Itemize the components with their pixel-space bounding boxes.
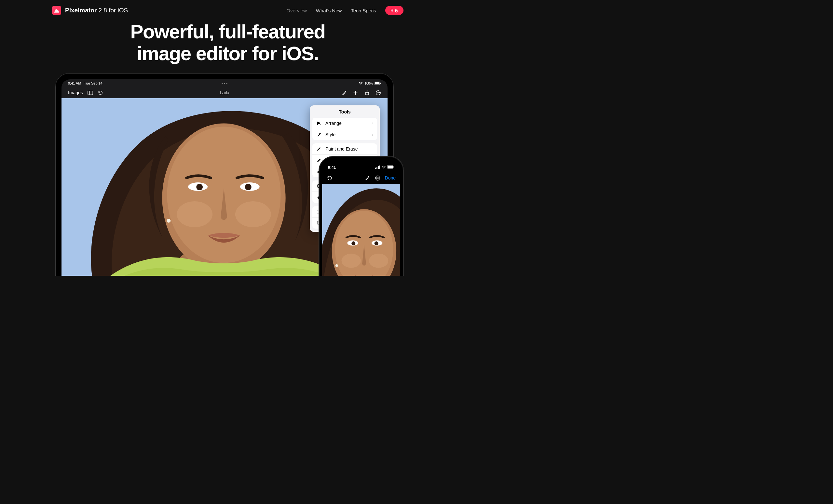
svg-point-46: [335, 264, 338, 267]
tool-label: Style: [325, 132, 335, 137]
svg-point-35: [377, 178, 378, 178]
buy-button[interactable]: Buy: [385, 6, 404, 15]
wifi-icon: [381, 165, 386, 170]
svg-rect-32: [394, 167, 394, 168]
ipad-toolbar: Images Laila: [62, 87, 387, 98]
style-icon: [316, 132, 322, 137]
battery-icon: [375, 82, 381, 85]
battery-icon: [387, 165, 395, 170]
svg-rect-2: [380, 82, 381, 83]
svg-rect-26: [375, 168, 376, 169]
tool-label: Arrange: [325, 121, 342, 126]
brush-icon: [316, 146, 322, 152]
done-button[interactable]: Done: [385, 175, 396, 180]
share-icon[interactable]: [364, 90, 370, 96]
add-icon[interactable]: [353, 90, 358, 96]
ipad-status-bar: 9:41 AM Tue Sep 14 100%: [62, 79, 387, 87]
svg-point-10: [378, 92, 379, 93]
chevron-right-icon: ›: [372, 121, 373, 126]
brand-text: Pixelmator 2.8 for iOS: [65, 7, 128, 14]
portrait-image: [322, 184, 400, 276]
magic-wand-icon[interactable]: [341, 90, 347, 96]
svg-point-21: [167, 219, 170, 223]
nav: Overview What's New Tech Specs Buy: [286, 6, 404, 15]
svg-point-36: [378, 178, 379, 178]
hero-heading: Powerful, full-featured image editor for…: [0, 21, 456, 65]
tool-style[interactable]: Style ›: [312, 129, 377, 140]
svg-point-11: [379, 92, 380, 93]
ipad-battery-percent: 100%: [364, 82, 373, 85]
svg-rect-27: [377, 167, 377, 169]
iphone-device: 9:41: [318, 156, 404, 276]
ipad-date: Tue Sep 14: [84, 81, 102, 85]
iphone-canvas[interactable]: [322, 184, 400, 276]
iphone-time: 9:41: [328, 165, 336, 170]
svg-point-20: [245, 184, 252, 190]
tools-title: Tools: [310, 105, 380, 118]
ipad-time: 9:41 AM: [68, 81, 81, 85]
site-header: Pixelmator 2.8 for iOS Overview What's N…: [0, 0, 456, 21]
svg-point-16: [235, 201, 271, 227]
sidebar-toggle-icon[interactable]: [88, 90, 93, 96]
tool-paint-erase[interactable]: Paint and Erase: [312, 143, 377, 155]
arrange-icon: [316, 121, 322, 126]
iphone-status-bar: 9:41: [322, 160, 400, 172]
svg-point-40: [342, 254, 361, 268]
svg-point-15: [177, 201, 213, 227]
iphone-toolbar: Done: [322, 172, 400, 184]
svg-rect-31: [387, 166, 393, 168]
magic-wand-icon[interactable]: [365, 175, 370, 181]
more-icon[interactable]: [376, 90, 381, 96]
cellular-icon: [375, 165, 380, 170]
app-icon: [52, 6, 61, 15]
svg-point-43: [352, 241, 355, 245]
svg-point-41: [369, 254, 388, 268]
svg-point-18: [196, 184, 203, 190]
images-label[interactable]: Images: [68, 90, 83, 95]
tool-arrange[interactable]: Arrange ›: [312, 118, 377, 129]
wifi-icon: [359, 82, 363, 85]
ipad-status-right: 100%: [359, 82, 381, 85]
nav-overview[interactable]: Overview: [286, 8, 307, 13]
undo-icon[interactable]: [98, 90, 103, 96]
undo-icon[interactable]: [327, 175, 332, 181]
tool-label: Paint and Erase: [325, 146, 358, 152]
svg-point-34: [376, 178, 377, 178]
nav-tech-specs[interactable]: Tech Specs: [351, 8, 376, 13]
more-icon[interactable]: [375, 175, 380, 181]
svg-rect-29: [379, 166, 380, 169]
ipad-status-left: 9:41 AM Tue Sep 14: [68, 81, 102, 85]
svg-rect-3: [88, 91, 93, 95]
iphone-screen: 9:41: [322, 160, 400, 276]
svg-point-9: [377, 92, 377, 93]
chevron-right-icon: ›: [372, 132, 373, 137]
nav-whats-new[interactable]: What's New: [316, 8, 342, 13]
svg-rect-1: [375, 82, 379, 84]
svg-point-45: [375, 241, 378, 245]
svg-rect-28: [378, 166, 379, 169]
multitask-dots-icon[interactable]: [222, 83, 228, 84]
brand[interactable]: Pixelmator 2.8 for iOS: [52, 6, 128, 15]
document-title: Laila: [220, 90, 230, 95]
svg-rect-22: [317, 158, 320, 162]
